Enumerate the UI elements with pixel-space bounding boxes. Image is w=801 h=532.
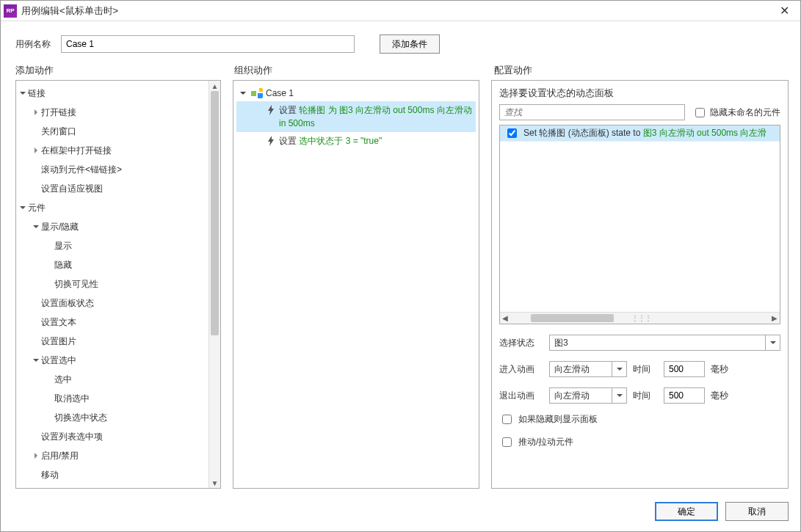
case-name-input[interactable]	[61, 35, 355, 53]
tree-item-label: 隐藏	[54, 259, 209, 272]
push-pull-checkbox[interactable]: 推动/拉动元件	[499, 435, 780, 449]
tree-item-label: 设置文本	[41, 316, 209, 329]
dialog-window: RP 用例编辑<鼠标单击时> ✕ 用例名称 添加条件 添加动作 组织动作 配置动…	[0, 0, 801, 532]
caret-down-icon[interactable]	[18, 88, 28, 98]
select-state-row: 选择状态 图3	[499, 335, 780, 351]
tree-item[interactable]: 切换可见性	[18, 274, 209, 294]
ms-in-label: 毫秒	[711, 363, 728, 376]
caret-down-icon[interactable]	[31, 355, 41, 365]
tree-item[interactable]: 链接	[18, 84, 209, 103]
scrollbar-up-icon[interactable]: ▲	[209, 81, 220, 91]
case-header[interactable]: Case 1	[236, 85, 476, 101]
tree-item-label: 设置图片	[41, 335, 209, 348]
widget-list-hscrollbar[interactable]: ◀ ⋮⋮⋮ ▶	[500, 312, 780, 324]
tree-item[interactable]: 启用/禁用	[18, 446, 209, 465]
caret-right-icon[interactable]	[31, 451, 41, 461]
ok-button[interactable]: 确定	[655, 502, 718, 521]
tree-item[interactable]: 设置选中	[18, 351, 209, 370]
tree-item[interactable]: 显示/隐藏	[18, 217, 209, 236]
configure-section-title: 选择要设置状态的动态面板	[499, 87, 780, 100]
tree-item[interactable]: 滚动到元件<锚链接>	[18, 160, 209, 179]
case-action-item[interactable]: 设置 轮播图 为 图3 向左滑动 out 500ms 向左滑动 in 500ms	[236, 101, 476, 132]
dialog-buttons: 确定 取消	[1, 495, 800, 531]
actions-tree[interactable]: 链接打开链接关闭窗口在框架中打开链接滚动到元件<锚链接>设置自适应视图元件显示/…	[16, 81, 220, 488]
chevron-down-icon	[612, 362, 626, 376]
tree-item-label: 链接	[28, 87, 209, 100]
tree-item-label: 选中	[54, 374, 209, 386]
content-columns: 链接打开链接关闭窗口在框架中打开链接滚动到元件<锚链接>设置自适应视图元件显示/…	[1, 80, 800, 495]
case-name-label: 用例名称	[15, 38, 51, 51]
tree-item-label: 切换选中状态	[54, 412, 209, 424]
time-out-input[interactable]	[664, 387, 705, 404]
case-action-text: 设置 轮播图 为 图3 向左滑动 out 500ms 向左滑动 in 500ms	[279, 103, 473, 130]
tree-item[interactable]: 移动	[18, 465, 209, 484]
tree-item[interactable]: 切换选中状态	[18, 408, 209, 427]
tree-item[interactable]: 设置面板状态	[18, 294, 209, 313]
hscroll-thumb[interactable]	[531, 314, 614, 322]
anim-in-dropdown[interactable]: 向左滑动	[549, 361, 627, 377]
scrollbar-thumb[interactable]	[211, 91, 219, 335]
tree-item-label: 设置列表选中项	[41, 431, 209, 443]
hide-unnamed-checkbox-input[interactable]	[695, 108, 705, 117]
case-body: Case 1 设置 轮播图 为 图3 向左滑动 out 500ms 向左滑动 i…	[233, 81, 479, 488]
app-badge-text: RP	[6, 7, 14, 14]
tree-item[interactable]: 设置列表选中项	[18, 427, 209, 446]
hscroll-right-icon[interactable]: ▶	[769, 313, 780, 324]
show-if-hidden-checkbox-input[interactable]	[502, 415, 512, 424]
tree-item[interactable]: 隐藏	[18, 255, 209, 274]
tree-item[interactable]: 显示	[18, 236, 209, 255]
time-in-label: 时间	[633, 363, 658, 376]
add-condition-button[interactable]: 添加条件	[380, 34, 440, 54]
search-input[interactable]	[499, 104, 685, 120]
configure-panel: 选择要设置状态的动态面板 隐藏未命名的元件 Set 轮播图 (动态面板) sta…	[491, 80, 789, 489]
tree-item[interactable]: 打开链接	[18, 103, 209, 122]
tree-item-label: 设置选中	[41, 354, 209, 367]
bolt-icon	[266, 104, 276, 116]
tree-item-label: 移动	[41, 469, 209, 481]
caret-right-icon[interactable]	[31, 107, 41, 117]
case-icon	[251, 88, 263, 98]
anim-out-dropdown[interactable]: 向左滑动	[549, 387, 627, 404]
tree-item[interactable]: 设置自适应视图	[18, 179, 209, 198]
caret-down-icon[interactable]	[18, 203, 28, 213]
select-state-dropdown[interactable]: 图3	[549, 335, 780, 351]
show-if-hidden-checkbox[interactable]: 如果隐藏则显示面板	[499, 412, 780, 426]
anim-out-row: 退出动画 向左滑动 时间 毫秒	[499, 387, 780, 404]
caret-right-icon[interactable]	[31, 145, 41, 156]
time-in-input[interactable]	[664, 361, 705, 377]
widget-list-item[interactable]: Set 轮播图 (动态面板) state to 图3 向左滑动 out 500m…	[500, 125, 780, 142]
close-button[interactable]: ✕	[771, 1, 797, 21]
tree-item[interactable]: 设置文本	[18, 313, 209, 332]
widget-list-item-checkbox[interactable]	[507, 128, 517, 138]
tree-item[interactable]: 在框架中打开链接	[18, 141, 209, 160]
case-action-item[interactable]: 设置 选中状态于 3 = "true"	[236, 132, 476, 150]
hide-unnamed-label: 隐藏未命名的元件	[710, 106, 780, 119]
tree-item-label: 打开链接	[41, 106, 209, 119]
hide-unnamed-checkbox[interactable]: 隐藏未命名的元件	[692, 106, 780, 120]
tree-item-label: 取消选中	[54, 393, 209, 405]
cancel-button[interactable]: 取消	[725, 502, 789, 521]
scrollbar-down-icon[interactable]: ▼	[209, 478, 220, 488]
header-add-action: 添加动作	[15, 64, 222, 77]
tree-item-label: 显示/隐藏	[41, 221, 209, 233]
window-title: 用例编辑<鼠标单击时>	[21, 4, 118, 18]
caret-down-icon[interactable]	[31, 222, 41, 232]
widget-list-item-text: Set 轮播图 (动态面板) state to 图3 向左滑动 out 500m…	[523, 127, 766, 139]
header-org-action: 组织动作	[234, 64, 482, 77]
tree-item-label: 滚动到元件<锚链接>	[41, 164, 209, 176]
tree-item[interactable]: 选中	[18, 370, 209, 389]
chevron-down-icon	[612, 388, 626, 403]
widget-list[interactable]: Set 轮播图 (动态面板) state to 图3 向左滑动 out 500m…	[499, 125, 780, 324]
push-pull-checkbox-input[interactable]	[502, 437, 512, 447]
select-state-label: 选择状态	[499, 337, 543, 349]
tree-item[interactable]: 取消选中	[18, 389, 209, 408]
hscroll-left-icon[interactable]: ◀	[500, 313, 510, 324]
anim-in-row: 进入动画 向左滑动 时间 毫秒	[499, 361, 780, 377]
tree-item[interactable]: 设置图片	[18, 332, 209, 351]
close-icon: ✕	[780, 4, 789, 18]
tree-scrollbar[interactable]: ▲ ▼	[209, 81, 220, 488]
tree-item[interactable]: 关闭窗口	[18, 122, 209, 141]
tree-item[interactable]: 元件	[18, 198, 209, 217]
tree-item-label: 在框架中打开链接	[41, 145, 209, 157]
case-name-row: 用例名称 添加条件	[1, 21, 800, 59]
